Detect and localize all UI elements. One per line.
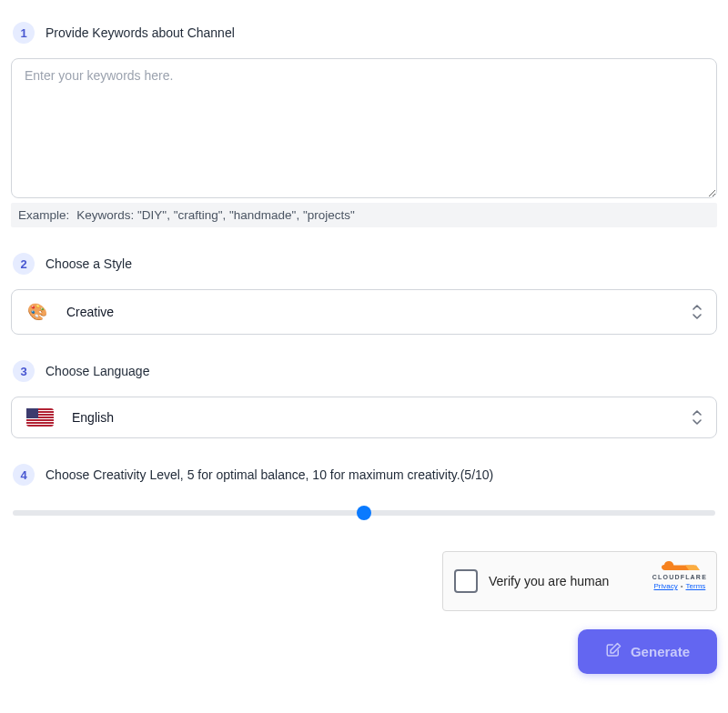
step-number-badge: 4: [13, 464, 35, 486]
generate-button[interactable]: Generate: [578, 629, 717, 674]
step-title: Choose Language: [46, 364, 149, 378]
example-label: Example:: [18, 208, 69, 222]
cloudflare-icon: [660, 559, 700, 574]
step-creativity: 4 Choose Creativity Level, 5 for optimal…: [11, 464, 717, 518]
step-style: 2 Choose a Style 🎨 Creative: [11, 253, 717, 335]
step-number-badge: 2: [13, 253, 35, 275]
chevron-up-down-icon: [691, 304, 703, 320]
step-title: Choose Creativity Level, 5 for optimal b…: [46, 467, 493, 482]
example-row: Example: Keywords: "DIY", "crafting", "h…: [11, 203, 717, 227]
palette-icon: 🎨: [26, 301, 48, 323]
captcha-checkbox[interactable]: [454, 569, 478, 593]
captcha-privacy-link[interactable]: Privacy: [653, 582, 677, 590]
step-number-badge: 1: [13, 22, 35, 44]
language-selected-label: English: [72, 410, 114, 425]
step-language: 3 Choose Language English: [11, 360, 717, 438]
language-dropdown[interactable]: English: [11, 397, 717, 438]
step-header: 3 Choose Language: [11, 360, 717, 382]
flag-us-icon: [26, 408, 54, 427]
style-dropdown[interactable]: 🎨 Creative: [11, 289, 717, 335]
footer-area: Verify you are human CLOUDFLARE Privacy•…: [11, 551, 717, 674]
step-title: Choose a Style: [46, 256, 132, 271]
step-keywords: 1 Provide Keywords about Channel Example…: [11, 22, 717, 227]
keywords-input[interactable]: [11, 58, 717, 198]
captcha-terms-link[interactable]: Terms: [686, 582, 706, 590]
captcha-label: Verify you are human: [489, 574, 609, 588]
step-header: 1 Provide Keywords about Channel: [11, 22, 717, 44]
creativity-slider[interactable]: [13, 510, 715, 516]
captcha-widget: Verify you are human CLOUDFLARE Privacy•…: [442, 551, 717, 611]
example-text: Keywords: "DIY", "crafting", "handmade",…: [76, 208, 354, 222]
captcha-links: Privacy•Terms: [653, 582, 705, 590]
step-header: 4 Choose Creativity Level, 5 for optimal…: [11, 464, 717, 486]
chevron-up-down-icon: [691, 409, 703, 426]
step-header: 2 Choose a Style: [11, 253, 717, 275]
captcha-brand-text: CLOUDFLARE: [652, 574, 707, 580]
pencil-square-icon: [605, 642, 622, 661]
step-title: Provide Keywords about Channel: [46, 25, 235, 40]
captcha-brand: CLOUDFLARE Privacy•Terms: [652, 559, 707, 590]
generate-button-label: Generate: [631, 644, 690, 659]
style-selected-label: Creative: [66, 305, 114, 319]
step-number-badge: 3: [13, 360, 35, 382]
